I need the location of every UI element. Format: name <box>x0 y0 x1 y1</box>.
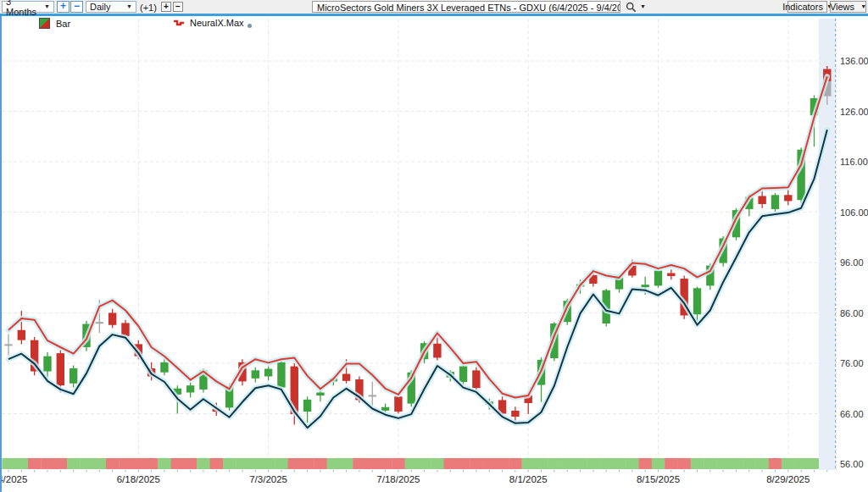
candle <box>303 396 311 423</box>
candle <box>654 268 662 288</box>
candle <box>252 368 259 383</box>
views-button[interactable]: Views ▼ <box>830 1 866 13</box>
price-tick-label: 116.00 <box>840 157 868 167</box>
range-select[interactable]: 3 Months ▼ <box>2 1 54 13</box>
bar-series-icon <box>39 18 50 29</box>
chevron-down-icon: ▼ <box>126 2 132 12</box>
period-plus-button[interactable]: + <box>161 2 171 12</box>
price-tick-label: 106.00 <box>840 207 868 218</box>
candle <box>4 334 12 355</box>
chevron-down-icon: ▼ <box>640 2 646 12</box>
chevron-down-icon: ▼ <box>44 2 50 12</box>
price-tick-label: 76.00 <box>840 358 864 368</box>
indicators-button[interactable]: Indicators▼ <box>787 1 827 13</box>
price-tick-label: 66.00 <box>840 409 864 419</box>
neuralx-settings-dot-icon[interactable] <box>248 24 252 28</box>
date-tick-label: 8/1/2025 <box>509 474 548 484</box>
search-button[interactable]: ▼ <box>626 1 646 13</box>
x-axis-ticks <box>8 470 827 473</box>
candle <box>667 269 675 279</box>
neuralx-series-label: NeuralX.Max <box>190 18 244 28</box>
price-tick-label: 86.00 <box>840 308 864 318</box>
y-axis: 136.00126.00116.00106.0096.0086.0076.006… <box>836 16 868 492</box>
date-tick-label: 7/3/2025 <box>249 474 287 484</box>
candle <box>108 309 116 329</box>
neuralx-series-icon <box>173 19 185 27</box>
period-select-value: Daily <box>90 2 110 12</box>
chart-legend: Bar NeuralX.Max <box>0 16 834 31</box>
date-gridlines <box>138 19 788 470</box>
candle <box>70 365 77 387</box>
window-left-border <box>0 16 2 492</box>
legend-item-bar[interactable]: Bar <box>39 18 70 29</box>
top-toolbar: 3 Months ▼ + − Daily ▼ (+1) + − MicroSec… <box>0 0 868 16</box>
zoom-in-button[interactable]: + <box>57 1 70 13</box>
price-chart: 136.00126.00116.00106.0096.0086.0076.006… <box>0 0 868 492</box>
price-tick-label: 96.00 <box>840 257 864 268</box>
zoom-out-button[interactable]: − <box>70 1 83 13</box>
views-button-label: Views <box>830 2 854 12</box>
period-adjust-label: (+1) <box>140 1 157 13</box>
period-select[interactable]: Daily ▼ <box>86 1 136 13</box>
chevron-down-icon: ▼ <box>860 2 866 12</box>
candle <box>186 383 194 398</box>
price-tick-label: 136.00 <box>840 56 868 66</box>
bar-series-label: Bar <box>56 19 70 29</box>
date-tick-label: 6/4/2025 <box>0 474 27 484</box>
candle <box>472 368 480 390</box>
symbol-search-input[interactable]: MicroSectors Gold Miners 3X Leveraged ET… <box>312 1 620 13</box>
neuralx-lines <box>8 76 827 428</box>
candle <box>784 190 792 205</box>
search-icon <box>626 2 637 13</box>
date-tick-label: 8/29/2025 <box>766 474 810 484</box>
signal-strip <box>2 458 819 469</box>
legend-item-neuralx[interactable]: NeuralX.Max <box>173 18 252 28</box>
price-tick-label: 56.00 <box>840 459 864 469</box>
date-tick-label: 6/18/2025 <box>117 474 160 484</box>
price-tick-label: 126.00 <box>840 107 868 117</box>
date-tick-label: 8/15/2025 <box>637 474 680 484</box>
candle <box>771 193 779 213</box>
range-select-value: 3 Months <box>6 0 41 17</box>
indicators-button-label: Indicators <box>782 2 823 12</box>
candle <box>264 367 272 381</box>
date-tick-label: 7/18/2025 <box>376 474 420 484</box>
period-minus-button[interactable]: − <box>173 2 183 12</box>
x-axis-labels: 6/4/20256/18/20257/3/20257/18/20258/1/20… <box>0 474 810 484</box>
